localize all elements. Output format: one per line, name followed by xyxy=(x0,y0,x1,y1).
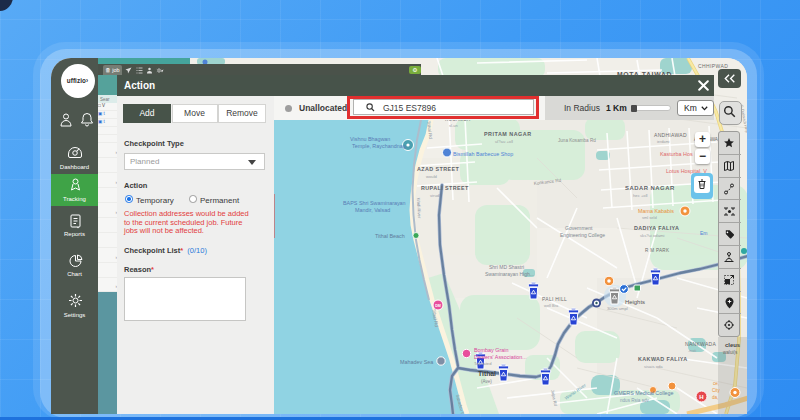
svg-text:(Ave): (Ave) xyxy=(481,379,492,384)
svg-text:da,: da, xyxy=(712,395,718,400)
svg-text:AZAD STREET: AZAD STREET xyxy=(417,166,459,172)
svg-text:ierdami: ierdami xyxy=(657,140,670,144)
svg-text:KAKWAD FALIYA: KAKWAD FALIYA xyxy=(638,356,688,362)
svg-text:PRITAM NAGAR: PRITAM NAGAR xyxy=(484,131,532,137)
svg-text:PALI HILL: PALI HILL xyxy=(542,296,567,302)
svg-text:Vishnu Bhagwan: Vishnu Bhagwan xyxy=(350,136,390,142)
svg-text:R M PARK: R M PARK xyxy=(645,248,670,253)
svg-text:Mama Kababis: Mama Kababis xyxy=(638,208,674,214)
svg-text:RUPALI STREET: RUPALI STREET xyxy=(421,185,469,191)
svg-text:H: H xyxy=(699,394,703,400)
svg-text:would: would xyxy=(426,174,438,179)
svg-text:sml seld: sml seld xyxy=(642,215,657,220)
svg-text:ANDHIAWAD: ANDHIAWAD xyxy=(654,132,687,138)
svg-text:Juna Kosamba Rd: Juna Kosamba Rd xyxy=(558,138,596,143)
svg-text:Tithal Beach: Tithal Beach xyxy=(375,233,405,239)
svg-text:Tithal: Tithal xyxy=(478,370,496,377)
svg-text:Government: Government xyxy=(565,225,593,231)
svg-text:Heights: Heights xyxy=(625,299,645,305)
svg-text:sisais oda: sisais oda xyxy=(644,364,663,369)
svg-text:sl-un: sl-un xyxy=(449,123,458,128)
svg-text:Temple, Raychandnag...: Temple, Raychandnag... xyxy=(352,143,410,149)
svg-text:walui(s: walui(s xyxy=(723,350,738,355)
svg-text:DM: DM xyxy=(435,304,441,308)
svg-text:hec +oll: hec +oll xyxy=(633,193,648,198)
svg-text:Bombay Grain: Bombay Grain xyxy=(474,347,508,353)
svg-text:ndus Rsia sdv: ndus Rsia sdv xyxy=(620,398,650,403)
svg-text:NANKWADA: NANKWADA xyxy=(685,341,716,347)
svg-text:ul?au +oll: ul?au +oll xyxy=(495,139,513,144)
svg-text:-insti: -insti xyxy=(688,349,696,353)
svg-text:well Bra: well Bra xyxy=(544,303,559,308)
svg-text:ce,: ce, xyxy=(713,381,719,386)
svg-text:Em: Em xyxy=(700,230,708,236)
svg-text:Engineering College: Engineering College xyxy=(560,232,605,238)
svg-text:Mahadev Sea: Mahadev Sea xyxy=(400,359,433,365)
svg-text:sks?ui odami: sks?ui odami xyxy=(640,233,665,238)
svg-text:Mandir, Valsad: Mandir, Valsad xyxy=(355,207,390,213)
svg-text:Top rated: Top rated xyxy=(474,361,492,366)
svg-text:BAPS Shri Swaminarayan: BAPS Shri Swaminarayan xyxy=(343,200,406,206)
svg-text:City: City xyxy=(712,388,721,393)
svg-text:DADIYA FALIYA: DADIYA FALIYA xyxy=(634,225,679,231)
svg-text:cleus: cleus xyxy=(725,342,741,348)
svg-text:virudl: virudl xyxy=(430,193,440,198)
svg-text:Kasturba Hos: Kasturba Hos xyxy=(660,151,693,157)
svg-text:SADAR NAGAR: SADAR NAGAR xyxy=(625,185,675,191)
svg-text:Dealers' Association...: Dealers' Association... xyxy=(474,354,527,360)
svg-text:Swaminarayan High...: Swaminarayan High... xyxy=(485,271,534,277)
svg-text:Shri MD Shastri: Shri MD Shastri xyxy=(489,264,524,270)
svg-text:Bismillah Barbecue Shop: Bismillah Barbecue Shop xyxy=(453,151,513,157)
svg-text:GMERS Medical College: GMERS Medical College xyxy=(614,390,674,396)
svg-text:300m umpl: 300m umpl xyxy=(607,306,628,311)
